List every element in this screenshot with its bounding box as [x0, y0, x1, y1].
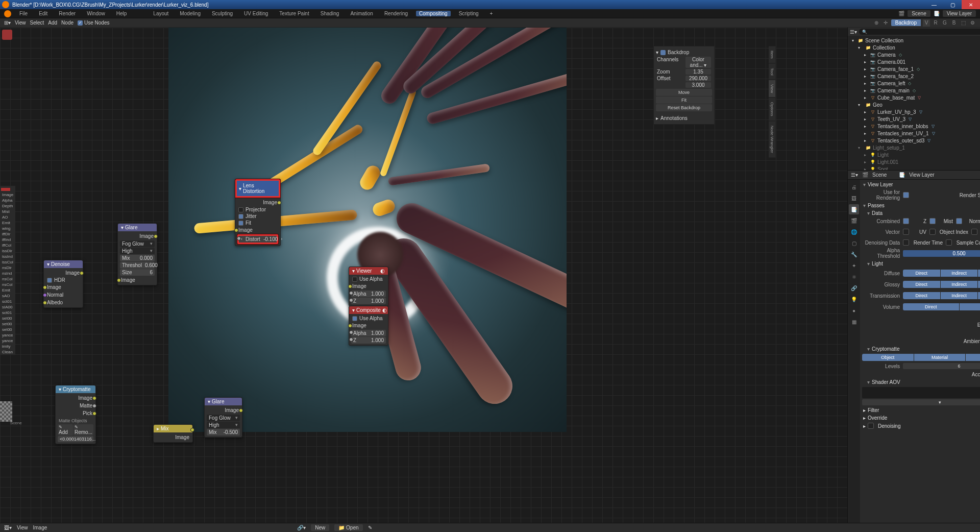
- tab-scripting[interactable]: Scripting: [456, 11, 482, 16]
- gear-icon[interactable]: ⚙: [969, 19, 976, 27]
- snap-icon[interactable]: ⊕: [873, 19, 880, 27]
- tree-tent-outer[interactable]: ▸▽Tentacles_outer_sd3▽👁 📷: [849, 137, 980, 144]
- tab-layout[interactable]: Layout: [150, 11, 172, 16]
- tree-camera-001[interactable]: ▸📷Camera.001👁 📷: [849, 58, 980, 65]
- tree-cube-base-mat[interactable]: ▸▽Cube_base_mat▽👁 📷: [849, 94, 980, 101]
- menu-window[interactable]: Window: [84, 11, 108, 16]
- tab-modeling[interactable]: Modeling: [177, 11, 204, 16]
- link-icon[interactable]: 🔗▾: [297, 525, 306, 530]
- tab-animation[interactable]: Animation: [347, 11, 376, 16]
- tab-material-icon[interactable]: ●: [849, 305, 859, 316]
- node-cryptomatte[interactable]: ▾Cryptomatte Image Matte Pick Matte Obje…: [55, 385, 96, 444]
- node-composite[interactable]: ▾Composite◐ Use Alpha Image Alpha1.000 Z…: [349, 306, 388, 346]
- node-denoise[interactable]: ▾Denoise Image HDR Image Normal Albedo: [43, 260, 83, 308]
- node-viewer[interactable]: ▾Viewer◐ Use Alpha Image Alpha1.000 Z1.0…: [349, 267, 388, 306]
- tab-sculpting[interactable]: Sculpting: [209, 11, 236, 16]
- tab-view[interactable]: View: [769, 80, 776, 98]
- offset-x-field[interactable]: 290.000: [685, 76, 711, 81]
- toolbar-select[interactable]: Select: [30, 20, 44, 26]
- tree-camera-face-2[interactable]: ▸📷Camera_face_2👁 📷: [849, 72, 980, 80]
- tab-viewlayer-icon[interactable]: 📑: [849, 204, 859, 214]
- tab-add[interactable]: +: [487, 11, 496, 16]
- aov-list[interactable]: [862, 387, 980, 398]
- move-button[interactable]: Move: [656, 89, 712, 96]
- node-glare[interactable]: ▾Glare Image Fog Glow High Mix0.000 Thre…: [117, 223, 157, 285]
- backdrop-toggle[interactable]: Backdrop: [891, 19, 921, 26]
- outliner-search[interactable]: 🔍: [859, 29, 980, 35]
- ie-image[interactable]: Image: [33, 525, 47, 530]
- tree-collection[interactable]: ▾📁Collection👁 📷: [849, 44, 980, 51]
- menu-file[interactable]: File: [16, 11, 31, 16]
- new-button[interactable]: New: [311, 524, 329, 531]
- tab-item[interactable]: Item: [769, 46, 776, 63]
- alpha-threshold-slider[interactable]: 0.500: [903, 250, 980, 257]
- menu-edit[interactable]: Edit: [36, 11, 51, 16]
- tab-rendering[interactable]: Rendering: [381, 11, 411, 16]
- editor-type-icon[interactable]: ⊞▾: [4, 20, 11, 26]
- editor-type-icon[interactable]: 🖼▾: [4, 525, 12, 530]
- channel-r-icon[interactable]: R: [932, 19, 939, 27]
- tab-world-icon[interactable]: 🌐: [849, 227, 859, 237]
- tree-camera[interactable]: ▸📷Camera◇👁 📷: [849, 51, 980, 58]
- tab-node-wrangler[interactable]: Node Wrangler: [769, 121, 776, 158]
- outliner-mode-icon[interactable]: ☰▾: [850, 29, 857, 35]
- menu-help[interactable]: Help: [113, 11, 130, 16]
- tab-particles-icon[interactable]: ✦: [849, 260, 859, 271]
- props-mode-icon[interactable]: ☰▾: [851, 172, 858, 178]
- fit-button[interactable]: Fit: [656, 96, 712, 104]
- tree-lurker[interactable]: ▸▽Lurker_UV_hp_3▽👁 📷: [849, 108, 980, 115]
- crypto-remove-button[interactable]: ✎ Remo...: [74, 424, 93, 436]
- tab-texture[interactable]: Texture Paint: [276, 11, 312, 16]
- tab-compositing[interactable]: Compositing: [416, 11, 451, 16]
- ie-view[interactable]: View: [17, 525, 28, 530]
- tree-light-setup-1[interactable]: ▾📁Light_setup_1👁 📷: [849, 144, 980, 151]
- node-lens-distortion[interactable]: ▾Lens Distortion Image Projector Jitter …: [235, 179, 281, 246]
- channel-g-icon[interactable]: G: [941, 19, 948, 27]
- channels-dropdown[interactable]: Color and... ▾: [685, 57, 711, 68]
- offset-y-field[interactable]: 3.000: [685, 82, 711, 88]
- tree-camera-left[interactable]: ▸📷Camera_left◇👁 📷: [849, 80, 980, 87]
- outliner[interactable]: ☰▾ 🔍 ▽ ▾📁Scene Collection ▾📁Collection👁 …: [848, 28, 980, 171]
- tree-camera-main[interactable]: ▸📷Camera_main◇👁 📷: [849, 87, 980, 94]
- reset-backdrop-button[interactable]: Reset Backdrop: [656, 104, 712, 111]
- crypto-add-button[interactable]: ✎ Add: [58, 424, 73, 436]
- tool-select-box-icon[interactable]: [2, 30, 12, 40]
- tab-options[interactable]: Options: [769, 98, 776, 121]
- node-glare-2[interactable]: ▾Glare Image Fog Glow High Mix-0.500: [204, 397, 242, 438]
- tree-spot[interactable]: ▸💡Spot👁 📷: [849, 165, 980, 170]
- tree-scene-collection[interactable]: ▾📁Scene Collection: [849, 37, 980, 44]
- tab-shading[interactable]: Shading: [317, 11, 342, 16]
- tree-tent-blobs[interactable]: ▸▽Tentacles_inner_blobs▽👁 📷: [849, 123, 980, 130]
- tab-output-icon[interactable]: 🖼: [849, 193, 859, 203]
- toolbar-node[interactable]: Node: [61, 20, 74, 26]
- channel-a-icon[interactable]: ⬚: [960, 19, 967, 27]
- tab-modifier-icon[interactable]: 🔧: [849, 249, 859, 259]
- menu-render[interactable]: Render: [56, 11, 79, 16]
- tree-tent-inner[interactable]: ▸▽Tentacles_inner_UV_1▽👁 📷: [849, 130, 980, 137]
- channel-v-icon[interactable]: V: [923, 19, 930, 27]
- minimize-button[interactable]: —: [925, 0, 943, 9]
- tree-teeth[interactable]: ▸▽Teeth_UV_3▽👁 📷: [849, 115, 980, 123]
- levels-field[interactable]: 6: [903, 363, 980, 369]
- toolbar-add[interactable]: Add: [48, 20, 57, 26]
- tab-scene-icon[interactable]: 🎬: [849, 215, 859, 226]
- viewlayer-field[interactable]: View Layer: [943, 10, 976, 17]
- tree-light[interactable]: ▸💡Light👁 📷: [849, 151, 980, 158]
- tree-geo[interactable]: ▾📁Geo👁 📷: [849, 101, 980, 108]
- pivot-icon[interactable]: ✛: [882, 19, 889, 27]
- tab-render-icon[interactable]: 🖨: [849, 182, 859, 192]
- tab-data-icon[interactable]: 💡: [849, 294, 859, 304]
- paint-icon[interactable]: ✎: [368, 525, 372, 530]
- node-mix[interactable]: ▸Mix Image: [153, 424, 193, 443]
- tree-light-001[interactable]: ▸💡Light.001👁 📷: [849, 158, 980, 165]
- tab-tool[interactable]: Tool: [769, 63, 776, 80]
- tab-constraint-icon[interactable]: 🔗: [849, 283, 859, 293]
- use-nodes-checkbox[interactable]: ✓Use Nodes: [78, 20, 109, 26]
- properties-panel[interactable]: View Layer Use for RenderingRender Singl…: [860, 180, 980, 523]
- tree-camera-face-1[interactable]: ▸📷Camera_face_1◇👁 📷: [849, 65, 980, 72]
- tab-object-icon[interactable]: ▢: [849, 238, 859, 248]
- n-panel[interactable]: ▾Backdrop ChannelsColor and... ▾ Zoom1.3…: [653, 46, 715, 125]
- scene-field[interactable]: Scene: [908, 10, 930, 17]
- tab-texture-icon[interactable]: ▦: [849, 317, 859, 327]
- maximize-button[interactable]: ▢: [943, 0, 962, 9]
